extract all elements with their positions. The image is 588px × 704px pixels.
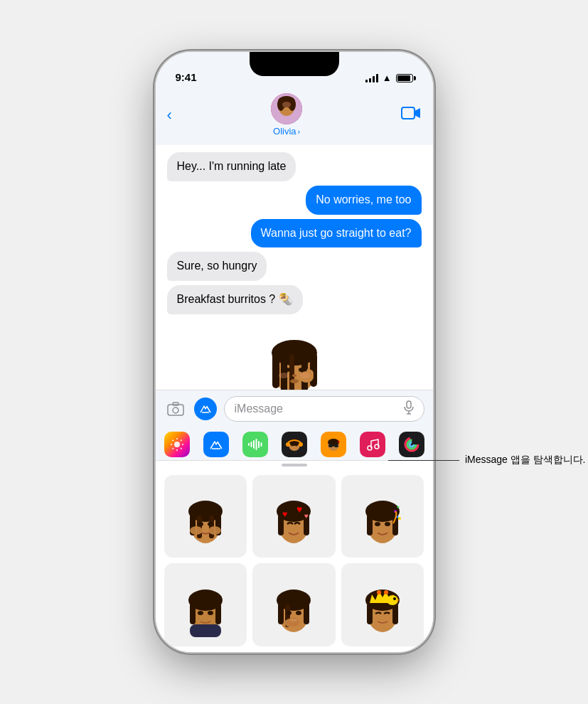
message-bubble: Sure, so hungry <box>167 252 267 281</box>
svg-rect-38 <box>248 443 250 446</box>
mic-button[interactable] <box>404 400 414 417</box>
notch <box>250 52 339 76</box>
message-input[interactable]: iMessage <box>224 396 424 422</box>
svg-rect-16 <box>281 354 287 390</box>
chevron-left-icon: ‹ <box>167 106 172 124</box>
annotation-line <box>388 460 459 461</box>
tray-icon-memoji[interactable] <box>282 432 307 457</box>
svg-point-20 <box>284 368 290 372</box>
svg-point-48 <box>286 442 290 447</box>
svg-point-22 <box>292 374 296 377</box>
svg-rect-18 <box>310 353 317 387</box>
battery-icon <box>396 74 413 82</box>
svg-point-7 <box>282 102 291 107</box>
svg-point-67 <box>198 522 203 526</box>
annotation-text: iMessage 앱을 탐색합니다. <box>465 454 586 466</box>
messages-list: Hey... I'm running late No worries, me t… <box>156 145 433 390</box>
svg-point-110 <box>384 590 388 594</box>
contact-name[interactable]: Olivia › <box>273 126 300 137</box>
tray-icon-animoji2[interactable]: ★ <box>321 432 346 457</box>
message-row: Hey... I'm running late <box>167 152 422 181</box>
svg-rect-90 <box>190 624 221 637</box>
svg-text:♥: ♥ <box>296 503 302 515</box>
svg-rect-39 <box>250 442 252 447</box>
message-bubble: No worries, me too <box>306 186 421 215</box>
signal-bars <box>365 74 378 82</box>
svg-point-30 <box>173 407 178 413</box>
svg-point-93 <box>198 611 203 615</box>
memoji-cell-5[interactable] <box>252 563 336 646</box>
tray-icon-music[interactable] <box>360 432 385 457</box>
memoji-grid: ♥ ♥ ♥ <box>156 469 433 652</box>
svg-point-83 <box>385 522 390 526</box>
memoji-cell-3[interactable] <box>341 475 424 558</box>
avatar <box>271 93 302 124</box>
svg-point-94 <box>208 611 213 615</box>
memoji-cell-1[interactable] <box>164 475 247 558</box>
svg-point-85 <box>398 517 401 520</box>
svg-point-112 <box>393 597 396 600</box>
svg-point-87 <box>397 506 400 508</box>
memoji-cell-2[interactable]: ♥ ♥ ♥ <box>252 475 336 558</box>
message-row: Wanna just go straight to eat? <box>167 219 422 248</box>
message-bubble: Hey... I'm running late <box>167 152 296 181</box>
chat-header: ‹ <box>156 87 433 145</box>
annotation: iMessage 앱을 탐색합니다. <box>388 454 586 466</box>
message-row: Breakfast burritos ? 🌯 <box>167 285 422 314</box>
memoji-cell-4[interactable] <box>164 563 247 646</box>
svg-point-101 <box>296 611 301 615</box>
memoji-sticker-area <box>167 319 422 390</box>
app-store-button[interactable] <box>194 398 217 420</box>
svg-rect-8 <box>402 107 415 119</box>
status-bar: 9:41 ▲ <box>156 52 433 87</box>
phone-frame: 9:41 ▲ ‹ <box>156 52 433 652</box>
svg-rect-40 <box>253 440 255 449</box>
svg-rect-31 <box>173 402 178 405</box>
back-button[interactable]: ‹ <box>167 106 172 124</box>
svg-text:♥: ♥ <box>304 512 309 520</box>
svg-rect-42 <box>258 441 260 448</box>
svg-point-47 <box>295 444 297 446</box>
svg-point-109 <box>377 590 381 594</box>
svg-rect-15 <box>272 353 279 388</box>
svg-point-46 <box>291 444 293 446</box>
svg-point-100 <box>286 611 292 615</box>
svg-rect-53 <box>334 444 338 447</box>
svg-rect-33 <box>407 401 411 408</box>
svg-rect-19 <box>289 354 294 390</box>
svg-rect-97 <box>278 603 284 624</box>
svg-rect-92 <box>215 603 221 624</box>
svg-point-23 <box>290 379 299 383</box>
tray-icon-audio[interactable] <box>242 432 268 457</box>
svg-point-70 <box>208 526 221 535</box>
status-icons: ▲ <box>365 73 413 83</box>
input-area: iMessage <box>156 390 433 427</box>
svg-point-82 <box>375 522 380 526</box>
chevron-down-icon: › <box>298 127 301 136</box>
tray-icon-appstore[interactable] <box>203 432 229 457</box>
input-placeholder: iMessage <box>235 402 283 415</box>
video-call-button[interactable] <box>401 106 421 124</box>
svg-rect-52 <box>328 444 333 447</box>
svg-point-68 <box>208 522 213 526</box>
svg-rect-43 <box>260 442 262 447</box>
svg-point-28 <box>300 373 310 378</box>
svg-point-60 <box>410 442 414 447</box>
tray-handle <box>282 464 307 466</box>
svg-rect-41 <box>255 439 257 450</box>
svg-point-104 <box>284 618 303 628</box>
message-bubble: Wanna just go straight to eat? <box>251 219 422 248</box>
svg-point-69 <box>190 526 203 535</box>
camera-button[interactable] <box>164 398 187 420</box>
memoji-cell-6[interactable] <box>341 563 424 646</box>
svg-marker-9 <box>415 108 420 118</box>
contact-info[interactable]: Olivia › <box>271 93 302 137</box>
message-row: No worries, me too <box>167 186 422 215</box>
svg-point-36 <box>174 442 180 447</box>
message-bubble: Breakfast burritos ? 🌯 <box>167 285 303 314</box>
svg-point-111 <box>387 595 398 605</box>
tray-icon-photos[interactable] <box>164 432 190 457</box>
status-time: 9:41 <box>176 71 197 83</box>
svg-point-27 <box>279 373 289 378</box>
wifi-icon: ▲ <box>383 73 392 83</box>
